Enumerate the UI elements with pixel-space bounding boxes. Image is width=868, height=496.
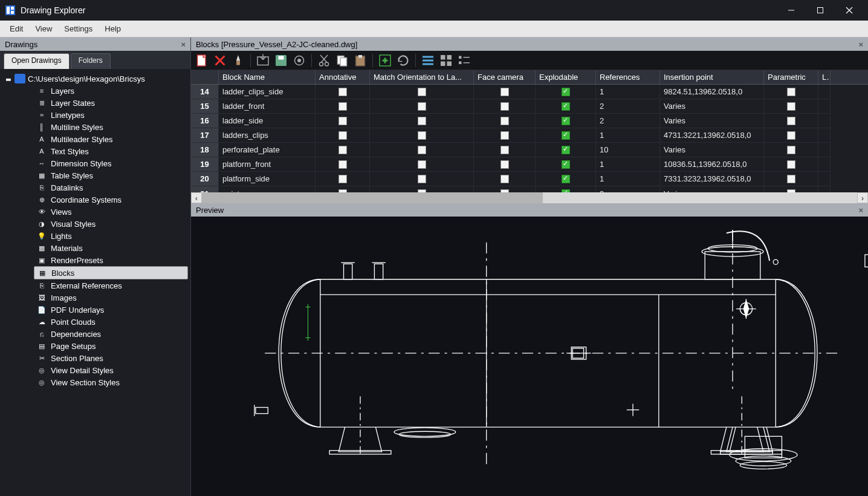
cell-face-camera[interactable] bbox=[474, 143, 536, 157]
menu-view[interactable]: View bbox=[29, 22, 58, 36]
col-references[interactable]: References bbox=[596, 70, 660, 84]
cell-face-camera[interactable] bbox=[474, 157, 536, 172]
tree-item-dependencies[interactable]: ⎌Dependencies bbox=[34, 328, 188, 340]
tree-item-datalinks[interactable]: ⎘Datalinks bbox=[34, 181, 188, 194]
tree-item-point-clouds[interactable]: ☁Point Clouds bbox=[34, 316, 188, 328]
minimize-button[interactable] bbox=[777, 1, 805, 19]
table-row[interactable]: 19platform_front110836.51,13962.0518,0 bbox=[191, 157, 868, 172]
checkbox[interactable] bbox=[418, 160, 426, 169]
checkbox[interactable] bbox=[418, 175, 426, 183]
add-icon[interactable] bbox=[378, 53, 392, 68]
col-rownum[interactable] bbox=[191, 70, 219, 84]
checkbox[interactable] bbox=[787, 175, 795, 183]
checkbox[interactable] bbox=[500, 131, 509, 140]
checkbox[interactable] bbox=[338, 146, 347, 154]
checkbox[interactable] bbox=[500, 117, 509, 125]
cell-explodable[interactable] bbox=[536, 85, 596, 99]
cell-explodable[interactable] bbox=[536, 114, 596, 128]
tree-item-materials[interactable]: ▩Materials bbox=[34, 242, 188, 254]
checkbox[interactable] bbox=[787, 131, 795, 140]
cell-match-orientation[interactable] bbox=[370, 172, 474, 186]
cell-match-orientation[interactable] bbox=[370, 85, 474, 99]
new-icon[interactable] bbox=[195, 53, 209, 68]
checkbox[interactable] bbox=[338, 117, 347, 125]
cell-match-orientation[interactable] bbox=[370, 157, 474, 172]
copy-icon[interactable] bbox=[335, 53, 349, 68]
tree-item-dimension-styles[interactable]: ↔Dimension Styles bbox=[34, 157, 188, 169]
cell-face-camera[interactable] bbox=[474, 114, 536, 128]
cell-parametric[interactable] bbox=[764, 143, 818, 157]
checkbox[interactable] bbox=[418, 146, 426, 154]
checkbox[interactable] bbox=[500, 88, 509, 96]
cell-parametric[interactable] bbox=[764, 186, 818, 192]
checkbox[interactable] bbox=[338, 160, 347, 169]
col-extra[interactable]: L bbox=[818, 70, 831, 84]
tree-item-multileader-styles[interactable]: AMultileader Styles bbox=[34, 133, 188, 145]
cell-annotative[interactable] bbox=[316, 85, 370, 99]
cell-annotative[interactable] bbox=[316, 143, 370, 157]
drawings-tree[interactable]: ▬ C:\Users\design\Hexagon\Bricsys ≡Layer… bbox=[0, 69, 190, 496]
blocks-panel-close[interactable]: × bbox=[858, 40, 863, 49]
tree-item-view-section-styles[interactable]: ◎View Section Styles bbox=[34, 376, 188, 388]
tree-item-multiline-styles[interactable]: ║Multiline Styles bbox=[34, 121, 188, 133]
table-row[interactable]: 16ladder_side2Varies bbox=[191, 114, 868, 128]
checkbox[interactable] bbox=[562, 160, 570, 169]
cell-explodable[interactable] bbox=[536, 172, 596, 186]
cell-parametric[interactable] bbox=[764, 172, 818, 186]
cell-match-orientation[interactable] bbox=[370, 186, 474, 192]
cell-face-camera[interactable] bbox=[474, 186, 536, 192]
col-annotative[interactable]: Annotative bbox=[316, 70, 370, 84]
cell-face-camera[interactable] bbox=[474, 99, 536, 114]
tree-item-visual-styles[interactable]: ◑Visual Styles bbox=[34, 218, 188, 230]
cell-match-orientation[interactable] bbox=[370, 143, 474, 157]
tab-folders[interactable]: Folders bbox=[71, 53, 111, 69]
col-match-orientation[interactable]: Match Orientation to La... bbox=[370, 70, 474, 84]
options-icon[interactable] bbox=[292, 53, 306, 68]
tree-item-blocks[interactable]: ▦Blocks bbox=[34, 266, 188, 279]
view-details-icon[interactable] bbox=[421, 53, 435, 68]
checkbox[interactable] bbox=[562, 102, 570, 111]
scroll-left-icon[interactable]: ‹ bbox=[191, 192, 202, 203]
cell-face-camera[interactable] bbox=[474, 172, 536, 186]
cell-match-orientation[interactable] bbox=[370, 128, 474, 143]
view-list-icon[interactable] bbox=[457, 53, 471, 68]
tree-root[interactable]: ▬ C:\Users\design\Hexagon\Bricsys bbox=[2, 73, 188, 85]
scroll-right-icon[interactable]: › bbox=[857, 192, 868, 203]
cell-parametric[interactable] bbox=[764, 99, 818, 114]
maximize-button[interactable] bbox=[806, 1, 834, 19]
cell-annotative[interactable] bbox=[316, 157, 370, 172]
tree-item-coordinate-systems[interactable]: ⊕Coordinate Systems bbox=[34, 194, 188, 206]
tree-item-view-detail-styles[interactable]: ◎View Detail Styles bbox=[34, 364, 188, 376]
cell-annotative[interactable] bbox=[316, 172, 370, 186]
drawings-panel-close[interactable]: × bbox=[181, 40, 186, 49]
checkbox[interactable] bbox=[500, 160, 509, 169]
menu-edit[interactable]: Edit bbox=[4, 22, 29, 36]
checkbox[interactable] bbox=[338, 131, 347, 140]
cell-explodable[interactable] bbox=[536, 128, 596, 143]
checkbox[interactable] bbox=[338, 102, 347, 111]
preview-panel-close[interactable]: × bbox=[858, 206, 863, 215]
cell-parametric[interactable] bbox=[764, 114, 818, 128]
checkbox[interactable] bbox=[500, 175, 509, 183]
checkbox[interactable] bbox=[787, 102, 795, 111]
table-row[interactable]: 15ladder_front2Varies bbox=[191, 99, 868, 114]
col-parametric[interactable]: Parametric bbox=[764, 70, 818, 84]
tab-open-drawings[interactable]: Open Drawings bbox=[4, 53, 70, 69]
table-row[interactable]: 21point3Varies bbox=[191, 186, 868, 192]
delete-icon[interactable] bbox=[213, 53, 227, 68]
checkbox[interactable] bbox=[338, 175, 347, 183]
cell-parametric[interactable] bbox=[764, 128, 818, 143]
col-block-name[interactable]: Block Name bbox=[219, 70, 316, 84]
checkbox[interactable] bbox=[562, 117, 570, 125]
tree-item-external-references[interactable]: ⎘External References bbox=[34, 279, 188, 292]
tree-item-section-planes[interactable]: ✂Section Planes bbox=[34, 352, 188, 364]
menu-settings[interactable]: Settings bbox=[58, 22, 99, 36]
col-explodable[interactable]: Explodable bbox=[536, 70, 596, 84]
col-insertion-point[interactable]: Insertion point bbox=[660, 70, 764, 84]
cell-explodable[interactable] bbox=[536, 99, 596, 114]
checkbox[interactable] bbox=[787, 160, 795, 169]
checkbox[interactable] bbox=[500, 102, 509, 111]
checkbox[interactable] bbox=[787, 88, 795, 96]
menu-help[interactable]: Help bbox=[99, 22, 127, 36]
tree-item-table-styles[interactable]: ▦Table Styles bbox=[34, 169, 188, 181]
